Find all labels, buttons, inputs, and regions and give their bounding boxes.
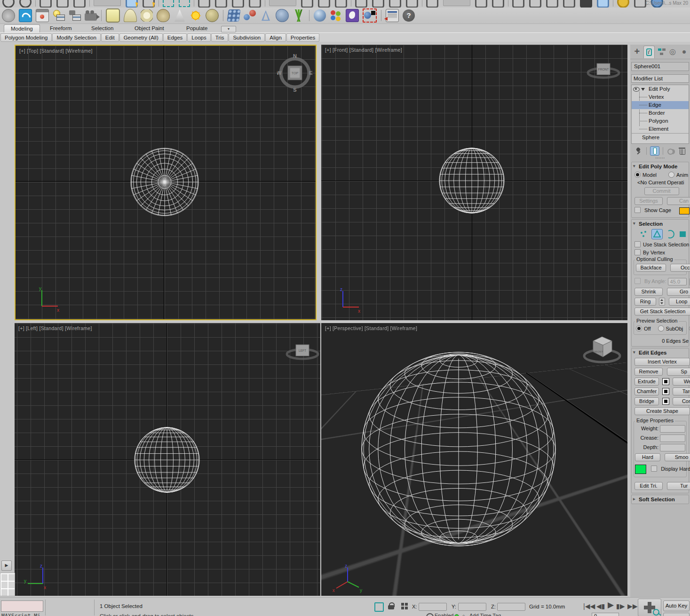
named-sel-list-icon[interactable] (443, 0, 470, 6)
keyboard-override-icon[interactable] (335, 0, 347, 8)
subtab-loops[interactable]: Loops (187, 33, 210, 42)
stack-row-border[interactable]: Border (632, 109, 689, 117)
snap-angle-icon[interactable] (372, 0, 384, 8)
weight-field[interactable] (660, 425, 685, 433)
subtab-tris[interactable]: Tris (211, 33, 229, 42)
undo-icon[interactable] (2, 0, 15, 8)
crease-field[interactable] (660, 434, 685, 442)
rollout-header[interactable]: ▾Edit Poly Mode (632, 162, 689, 171)
pin-stack-icon[interactable] (634, 147, 643, 155)
rendered-frame-window-icon[interactable] (36, 9, 49, 22)
z-coord-field[interactable] (497, 603, 525, 611)
mask-icon[interactable] (346, 9, 359, 22)
by-angle-field[interactable]: 45.0 (668, 278, 687, 285)
show-end-result-icon[interactable] (650, 146, 659, 156)
vertex-subobject-icon[interactable] (639, 229, 649, 239)
polygon-subobject-icon[interactable] (678, 229, 688, 239)
snap-3d-icon[interactable] (355, 0, 367, 8)
align-icon[interactable] (492, 0, 504, 8)
ribbon-tab-freeform[interactable]: Freeform (43, 24, 79, 32)
notifications-icon[interactable] (426, 613, 434, 616)
cage-color-swatch[interactable] (679, 207, 690, 214)
manipulate-icon[interactable] (318, 0, 330, 8)
occlude-button[interactable]: Occlu (670, 264, 690, 272)
script-icon[interactable] (386, 9, 399, 22)
subtab-subdivision[interactable]: Subdivision (229, 33, 265, 42)
connect-button[interactable]: Conne (673, 397, 690, 405)
ribbon-overflow-dropdown-icon[interactable]: ▾ (221, 26, 236, 32)
get-stack-selection-button[interactable]: Get Stack Selection (634, 308, 690, 316)
svg-text:FRONT[interactable]: FRONT (594, 350, 603, 353)
khaki-sphere-icon[interactable] (206, 9, 219, 22)
remove-modifier-icon[interactable] (678, 147, 686, 155)
select-object-icon[interactable] (126, 0, 138, 8)
rollout-header[interactable]: ▾Selection (632, 220, 689, 228)
chamfer-settings-icon[interactable] (662, 388, 669, 395)
insert-vertex-button[interactable]: Insert Vertex (634, 358, 690, 366)
viewport-label-perspective[interactable]: [+] [Perspective] [Standard] [Wireframe] (325, 325, 417, 331)
create-tab-icon[interactable]: + (632, 46, 642, 58)
select-by-name-icon[interactable] (143, 0, 155, 8)
viewport-left[interactable]: [+] [Left] [Standard] [Wireframe] LEFT z… (15, 323, 320, 596)
svg-text:N[interactable]: N (293, 53, 297, 59)
stack-row-sphere[interactable]: Sphere (632, 133, 689, 142)
link-icon[interactable] (40, 0, 52, 8)
display-hard-edges-checkbox[interactable] (651, 466, 657, 472)
subtab-align[interactable]: Align (265, 33, 286, 42)
rollout-header[interactable]: ▾Edit Edges (632, 348, 689, 357)
create-shape-button[interactable]: Create Shape (634, 407, 690, 415)
grow-button[interactable]: Gro (667, 288, 690, 296)
edit-tri-button[interactable]: Edit Tri. (634, 482, 663, 490)
window-crossing-icon[interactable] (179, 0, 190, 7)
home-icon[interactable]: ⌂ (462, 613, 465, 616)
render-cloud-icon[interactable] (19, 9, 32, 22)
svg-text:W[interactable]: W (277, 70, 282, 76)
ring-spinner[interactable] (659, 298, 665, 306)
schematic-view-icon[interactable] (580, 0, 592, 8)
camera-lister-icon[interactable] (69, 9, 81, 22)
auto-key-button[interactable]: Auto Key (663, 600, 690, 611)
render-teapot-icon[interactable] (2, 9, 15, 22)
panel-splitter-handle[interactable]: •••••• (630, 157, 690, 160)
video-camera-icon[interactable] (85, 13, 97, 21)
pivot-point-icon[interactable] (301, 0, 313, 8)
add-time-tag-label[interactable]: Add Time Tag (469, 613, 501, 616)
object-name-field[interactable]: Sphere001 (631, 62, 689, 71)
selection-region-icon[interactable] (374, 602, 384, 612)
svg-text:E[interactable]: E (309, 70, 312, 76)
go-to-start-button[interactable]: |◀◀ (583, 602, 595, 610)
weld-button[interactable]: Weld (673, 378, 690, 386)
rollout-header[interactable]: ▸Soft Selection (632, 495, 689, 504)
split-button[interactable]: Sp (667, 368, 690, 376)
subtab-geometry-all[interactable]: Geometry (All) (119, 33, 163, 42)
bridge-settings-icon[interactable] (662, 398, 669, 405)
visibility-eye-icon[interactable] (633, 87, 640, 92)
smooth-button[interactable]: Smoo (665, 453, 690, 461)
ribbon-tab-object-paint[interactable]: Object Paint (128, 24, 171, 32)
viewcube-perspective[interactable]: FRONT (581, 330, 623, 370)
motion-tab-icon[interactable]: ◎ (667, 46, 678, 58)
svg-text:S[interactable]: S (293, 87, 296, 93)
play-button[interactable]: ▶ (608, 601, 614, 609)
y-coord-field[interactable] (458, 603, 486, 611)
named-sel-edit-icon[interactable] (426, 0, 438, 8)
cone-primitive-icon[interactable] (174, 9, 186, 22)
subtab-properties[interactable]: Properties (286, 33, 319, 42)
region-rect-icon[interactable] (163, 0, 174, 7)
hard-button[interactable]: Hard (635, 453, 660, 461)
remove-button[interactable]: Remove (634, 368, 663, 376)
viewport-top[interactable]: [+] [Top] [Standard] [Wireframe] N E S W… (15, 45, 317, 320)
noise-sphere-icon[interactable] (276, 9, 289, 22)
redo-icon[interactable] (19, 0, 32, 8)
bind-icon[interactable] (73, 0, 86, 8)
maxscript-mini-listener[interactable] (1, 600, 43, 612)
preview-subobj-radio[interactable] (658, 325, 664, 332)
viewcube-front[interactable]: FRONT (585, 56, 622, 84)
snap-spinner-icon[interactable] (406, 0, 418, 8)
previous-frame-button[interactable]: ◀▮ (596, 602, 605, 610)
set-keys-button[interactable] (638, 599, 661, 616)
x-coord-field[interactable] (419, 603, 447, 611)
curve-editor-icon[interactable] (563, 0, 575, 8)
by-angle-checkbox[interactable] (634, 278, 641, 284)
target-weld-button[interactable]: Target (673, 387, 690, 395)
